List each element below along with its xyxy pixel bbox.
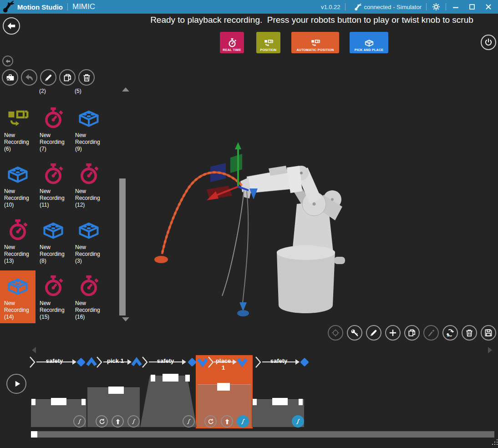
keyframe-mark[interactable] (299, 399, 303, 405)
duplicate-recording-button[interactable] (59, 69, 76, 86)
segment-safety-3[interactable]: safety (262, 356, 300, 368)
segment-label: safety (36, 357, 72, 364)
recording-item[interactable]: New Recording (6) (0, 102, 36, 155)
keyframe-mark[interactable] (217, 383, 230, 391)
reorder-tool-button[interactable]: AB (442, 325, 458, 341)
pickup-marker[interactable] (131, 357, 142, 367)
lift-toggle[interactable] (112, 415, 124, 428)
target-tool-button[interactable] (328, 325, 343, 341)
segment-place-1[interactable]: place 1 (214, 356, 237, 368)
power-button[interactable] (481, 35, 496, 50)
trash-icon (82, 73, 91, 82)
timeline-scrubber-track[interactable] (31, 431, 494, 438)
place-marker[interactable] (237, 357, 248, 367)
close-button[interactable] (483, 2, 493, 11)
keyframe-mark[interactable] (272, 398, 288, 405)
recording-item[interactable]: New Recording (11) (36, 158, 71, 211)
new-collection-icon (5, 73, 15, 82)
minimize-button[interactable] (451, 2, 461, 11)
library-scroll-down-arrow[interactable] (122, 317, 129, 321)
segment-label: safety (149, 357, 182, 364)
keyframe-mark[interactable] (81, 399, 86, 405)
recording-item[interactable]: New Recording (15) (36, 270, 71, 323)
recording-item[interactable]: New Recording (3) (71, 214, 107, 267)
segment-label: safety (262, 357, 295, 364)
brush-tool-button[interactable] (423, 325, 439, 341)
keyframe-mark[interactable] (185, 375, 190, 382)
mode-real-time-button[interactable]: REAL TIME (220, 32, 244, 53)
duplicate-tool-button[interactable] (404, 325, 420, 341)
recording-label: New Recording (9) (71, 132, 107, 153)
place-marker[interactable] (197, 357, 208, 367)
power-icon (484, 38, 493, 47)
timeline-scrubber-thumb[interactable] (31, 431, 37, 438)
delete-tool-button[interactable] (462, 325, 477, 341)
segment-safety-1[interactable]: safety (36, 356, 76, 368)
spline-toggle-active[interactable] (237, 415, 249, 428)
recording-item-selected[interactable]: New Recording (14) (0, 270, 36, 323)
mode-automatic-position-button[interactable]: AUTOMATIC POSITION (291, 32, 339, 53)
play-button[interactable] (6, 374, 26, 394)
key-tool-button[interactable] (347, 325, 362, 341)
save-tool-button[interactable] (481, 325, 496, 341)
mode-position-button[interactable]: POSITION (256, 32, 280, 53)
spline-toggle[interactable] (183, 415, 195, 428)
recording-label: New Recording (13) (0, 244, 36, 265)
mode-label: PICK AND PLACE (355, 48, 383, 51)
library-back-button[interactable] (2, 56, 13, 66)
waypoint-diamond-marker[interactable] (187, 357, 198, 367)
maximize-button[interactable] (467, 2, 477, 11)
rotate-icon (207, 418, 214, 425)
stopwatch-icon (227, 38, 237, 48)
spline-icon (239, 418, 247, 425)
keyframe-mark[interactable] (51, 398, 66, 405)
spline-toggle[interactable] (127, 415, 140, 428)
recording-item[interactable]: New Recording (16) (71, 270, 107, 323)
keyframe-mark[interactable] (31, 399, 36, 405)
add-tool-button[interactable] (385, 325, 401, 341)
rotate-toggle[interactable] (96, 415, 108, 428)
svg-text:B: B (447, 334, 449, 337)
rotate-toggle[interactable] (204, 415, 217, 428)
keyframe-mark[interactable] (163, 374, 178, 382)
new-collection-button[interactable] (2, 69, 18, 86)
edit-tool-button[interactable] (366, 325, 381, 341)
keyframe-mark[interactable] (151, 375, 155, 382)
mode-label: AUTOMATIC POSITION (296, 48, 334, 51)
segment-pick-1[interactable]: pick 1 (103, 356, 132, 368)
timeline-scroll-right-arrow[interactable] (488, 347, 492, 353)
library-scroll-up-arrow[interactable] (122, 87, 129, 92)
recording-item[interactable]: New Recording (8) (36, 214, 71, 267)
window-resize-grip[interactable] (492, 439, 498, 447)
spline-toggle-active[interactable] (292, 415, 304, 428)
robot-3d-viewport[interactable] (132, 54, 498, 346)
segment-safety-2[interactable]: safety (149, 356, 186, 368)
keyframe-mark[interactable] (108, 387, 124, 394)
waypoint-diamond-marker[interactable] (76, 357, 86, 367)
back-button[interactable] (3, 17, 20, 35)
mode-pick-and-place-button[interactable]: PICK AND PLACE (350, 32, 388, 53)
rotate-icon (98, 418, 106, 425)
edit-recording-button[interactable] (40, 69, 56, 86)
settings-gear-icon[interactable] (431, 2, 441, 11)
library-scrollbar-thumb[interactable] (119, 178, 126, 316)
recording-item[interactable]: New Recording (13) (0, 214, 36, 267)
undo-button[interactable] (21, 69, 37, 86)
recording-item[interactable]: New Recording (9) (71, 102, 107, 155)
delete-recording-button[interactable] (78, 69, 95, 86)
brush-icon (427, 328, 436, 337)
copy-icon (407, 328, 417, 337)
keyframe-mark[interactable] (253, 399, 257, 405)
timeline-scroll-left-arrow[interactable] (32, 347, 36, 353)
recording-item[interactable]: New Recording (10) (0, 158, 36, 211)
clipped-recording-label[interactable]: (2) (39, 88, 46, 94)
stopwatch-icon (77, 162, 101, 186)
waypoint-diamond-marker[interactable] (299, 357, 310, 367)
version-label: v1.0.22 (321, 4, 340, 10)
spline-toggle[interactable] (73, 415, 86, 428)
clipped-recording-label[interactable]: (5) (75, 88, 81, 94)
recording-item[interactable]: New Recording (12) (71, 158, 107, 211)
lift-toggle[interactable] (221, 415, 233, 428)
pickup-marker[interactable] (86, 357, 97, 367)
recording-item[interactable]: New Recording (7) (36, 102, 71, 155)
